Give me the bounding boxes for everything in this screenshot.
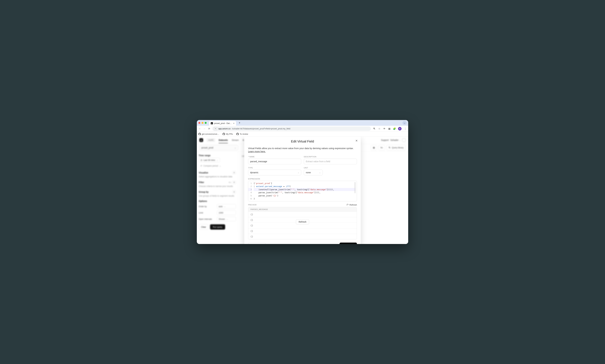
expression-label: EXPRESSION [248, 178, 357, 180]
required-star-icon: * [248, 156, 249, 158]
new-tab-button[interactable]: + [238, 121, 242, 125]
kebab-menu-icon[interactable]: ⋮ [404, 127, 407, 130]
type-field-group: TYPE dynamic ⌄ [248, 167, 301, 175]
bookmark-item[interactable]: get-convex/conve… [198, 133, 219, 135]
app-viewport: △ 4 of 6 Datasets Stream Ex Support Ssha… [197, 136, 408, 244]
address-bar[interactable]: ≒ app.axiom.co/sshader-kk7l/datasets/pro… [212, 127, 371, 131]
name-input[interactable] [248, 159, 301, 164]
preview-refresh-button[interactable]: Refresh [296, 219, 309, 224]
zoom-icon[interactable]: 🔍︎ [373, 127, 376, 130]
tab-title: proset_prod - Datasets - Axi… [214, 122, 232, 124]
browser-toolbar: ← → ⟳ ≒ app.axiom.co/sshader-kk7l/datase… [197, 126, 408, 132]
preview-row: {} [248, 212, 357, 217]
modal-actions: Cancel Save [248, 243, 357, 244]
modal-scrim: ✕ Edit Virtual Field Virtual Fields allo… [197, 136, 408, 244]
tabs-dropdown-icon[interactable]: ⌄ [403, 121, 407, 125]
cancel-button[interactable]: Cancel [248, 243, 266, 244]
window-minimize-icon[interactable] [202, 122, 203, 124]
bookmark-item[interactable]: My PRs [223, 133, 233, 135]
refresh-label: Refresh [350, 204, 357, 206]
back-icon[interactable]: ← [198, 127, 201, 130]
profile-avatar[interactable]: S [398, 127, 402, 130]
unit-field-group: UNIT none ⌄ [304, 167, 357, 175]
close-icon[interactable]: ✕ [354, 139, 359, 143]
editor-minimap [354, 182, 356, 193]
expression-editor[interactable]: 123456 ['proset_prod']| extend parsed_me… [248, 181, 357, 201]
editor-body[interactable]: ['proset_prod']| extend parsed_message =… [253, 181, 357, 201]
browser-tabstrip: △ proset_prod - Datasets - Axi… × + ⌄ [197, 120, 408, 126]
chevron-down-icon: ⌄ [319, 171, 321, 174]
bookmark-label: get-convex/conve… [202, 133, 219, 135]
browser-tab[interactable]: △ proset_prod - Datasets - Axi… × [209, 121, 236, 126]
type-value: dynamic [250, 171, 258, 174]
url-path: /sshader-kk7l/datasets/proset_prod?vfiel… [232, 128, 290, 130]
bookmark-label: To review [240, 133, 248, 135]
refresh-link[interactable]: Refresh [346, 204, 357, 206]
description-field-group: DESCRIPTION [304, 156, 357, 164]
github-icon [236, 133, 239, 135]
unit-label: UNIT [304, 167, 357, 169]
preview-row: {} [248, 228, 357, 234]
type-label: TYPE [248, 167, 301, 169]
extension-eye-icon[interactable]: 👁 [383, 127, 386, 130]
name-field-group: * NAME [248, 156, 301, 164]
browser-nav: ← → ⟳ [198, 127, 210, 130]
bookmark-item[interactable]: To review [236, 133, 248, 135]
reload-icon[interactable]: ⟳ [208, 127, 210, 130]
name-label: NAME [249, 156, 255, 158]
device-frame: △ proset_prod - Datasets - Axi… × + ⌄ ← … [197, 120, 408, 244]
save-button[interactable]: Save [339, 243, 357, 244]
modal-lead: Virtual Fields allow you to extract more… [248, 147, 357, 153]
type-select[interactable]: dynamic ⌄ [248, 170, 301, 175]
window-zoom-icon[interactable] [205, 122, 207, 124]
lead-text: Virtual Fields allow you to extract more… [248, 147, 354, 150]
unit-select[interactable]: none ⌄ [304, 170, 323, 175]
github-icon [198, 133, 201, 135]
github-icon [223, 133, 225, 135]
refresh-icon [346, 204, 349, 206]
bookmark-label: My PRs [226, 133, 233, 135]
preview-column-header: PARSED_MESSAGE [248, 207, 357, 212]
tab-close-icon[interactable]: × [233, 122, 234, 125]
tab-favicon-icon: △ [211, 122, 213, 124]
chevron-down-icon: ⌄ [298, 171, 299, 174]
extensions-icon[interactable]: 🧩 [393, 127, 396, 130]
forward-icon[interactable]: → [203, 127, 206, 130]
toolbar-right: 🔍︎ ☆ 👁 ▦ 🧩 S ⋮ [373, 127, 407, 130]
window-controls [198, 122, 208, 124]
preview-row: {} [248, 234, 357, 239]
site-settings-icon[interactable]: ≒ [214, 127, 217, 130]
modal-title: Edit Virtual Field [248, 140, 357, 143]
learn-more-link[interactable]: Learn more here. [248, 150, 266, 153]
preview-label: PREVIEW [248, 204, 257, 206]
extension-grid-icon[interactable]: ▦ [388, 127, 391, 130]
edit-virtual-field-modal: ✕ Edit Virtual Field Virtual Fields allo… [244, 136, 361, 244]
preview-table: PARSED_MESSAGE {}{}{}{}{} Refresh [248, 207, 357, 239]
bookmark-star-icon[interactable]: ☆ [378, 127, 381, 130]
bookmarks-bar: get-convex/conve… My PRs To review [197, 132, 408, 136]
description-label: DESCRIPTION [304, 156, 357, 158]
window-close-icon[interactable] [198, 122, 200, 124]
unit-value: none [306, 171, 311, 174]
description-input[interactable] [304, 159, 357, 164]
editor-gutter: 123456 [248, 181, 253, 201]
url-host: app.axiom.co [218, 128, 230, 130]
